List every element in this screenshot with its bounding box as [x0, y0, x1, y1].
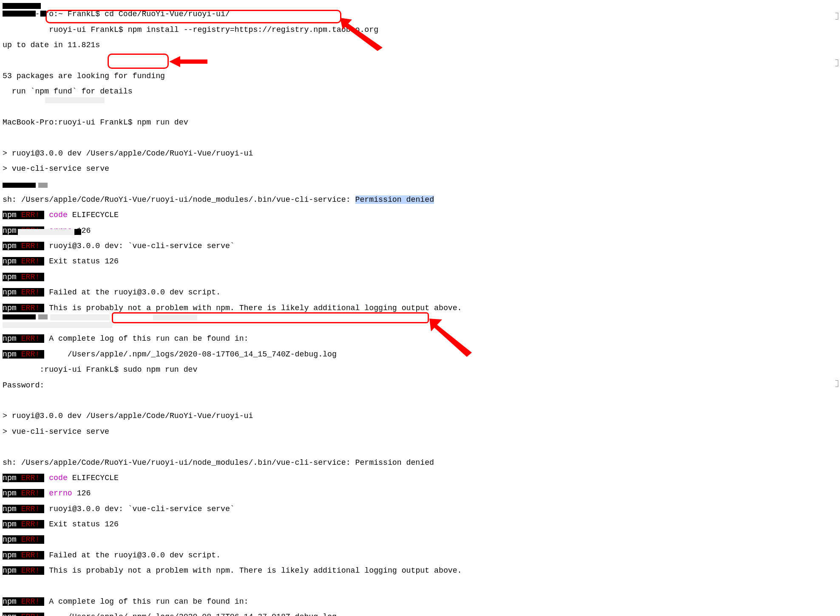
- npm-badge: npm: [3, 242, 17, 250]
- npm-badge: npm: [3, 211, 17, 219]
- terminal-output: MacBook-Pro:~ FrankL$ cd Code/RuoYi-Vue/…: [0, 0, 840, 616]
- redaction-block: [38, 314, 48, 319]
- line: up to date in 11.821s: [3, 41, 837, 49]
- npm-badge: npm: [3, 520, 17, 528]
- err-badge: ERR!: [17, 520, 45, 528]
- permission-denied-highlight: Permission denied: [355, 195, 434, 204]
- line: MacBook-Pro:ruoyi-ui FrankL$ npm run dev: [3, 119, 837, 126]
- right-bracket-icon: [835, 59, 838, 66]
- npm-err-line: npm ERR! Failed at the ruoyi@3.0.0 dev s…: [3, 288, 837, 296]
- err-badge: ERR!: [17, 273, 45, 281]
- npm-badge: npm: [3, 257, 17, 266]
- npm-err-line: npm ERR! code ELIFECYCLE: [3, 211, 837, 219]
- npm-err-line: npm ERR! /Users/apple/.npm/_logs/2020-08…: [3, 350, 837, 358]
- line: sh: /Users/apple/Code/RuoYi-Vue/ruoyi-ui…: [3, 196, 837, 203]
- npm-err-line: npm ERR! ruoyi@3.0.0 dev: `vue-cli-servi…: [3, 242, 837, 250]
- npm-badge: npm: [3, 273, 17, 281]
- line: MacBook-Pro:~ FrankL$ cd Code/RuoYi-Vue/…: [3, 10, 837, 18]
- err-badge: ERR!: [17, 334, 45, 343]
- line: sh: /Users/apple/Code/RuoYi-Vue/ruoyi-ui…: [3, 459, 837, 466]
- err-badge: ERR!: [17, 505, 45, 513]
- line: [3, 57, 837, 64]
- err-badge: ERR!: [17, 350, 45, 359]
- err-badge: ERR!: [17, 211, 45, 219]
- npm-badge: npm: [3, 613, 17, 616]
- line: [3, 103, 837, 111]
- err-badge: ERR!: [17, 304, 45, 312]
- npm-badge: npm: [3, 350, 17, 359]
- npm-err-line: npm ERR!: [3, 536, 837, 543]
- err-badge: ERR!: [17, 613, 45, 616]
- err-badge: ERR!: [17, 535, 45, 544]
- right-bracket-icon: [835, 380, 838, 387]
- npm-badge: npm: [3, 551, 17, 559]
- line: [3, 397, 837, 404]
- line: [3, 319, 837, 327]
- annotation-arrow-icon: [429, 319, 472, 357]
- npm-err-line: npm ERR! Exit status 126: [3, 520, 837, 528]
- line: > ruoyi@3.0.0 dev /Users/apple/Code/RuoY…: [3, 412, 837, 420]
- redaction-block: [45, 97, 105, 103]
- err-badge: ERR!: [17, 242, 45, 250]
- line: [3, 181, 837, 188]
- npm-badge: npm: [3, 535, 17, 544]
- npm-badge: npm: [3, 304, 17, 312]
- npm-err-line: npm ERR! A complete log of this run can …: [3, 598, 837, 605]
- redaction-block: [3, 314, 36, 319]
- npm-badge: npm: [3, 505, 17, 513]
- line: ruoyi-ui FrankL$ npm install --registry=…: [3, 26, 837, 34]
- err-badge: ERR!: [17, 226, 45, 235]
- err-badge: ERR!: [17, 288, 45, 297]
- svg-marker-2: [169, 56, 207, 67]
- npm-err-line: npm ERR! Failed at the ruoyi@3.0.0 dev s…: [3, 551, 837, 559]
- npm-err-line: npm ERR! A complete log of this run can …: [3, 335, 837, 342]
- redaction-block: [3, 3, 41, 9]
- err-badge: ERR!: [17, 257, 45, 266]
- npm-badge: npm: [3, 288, 17, 297]
- npm-err-line: npm ERR! Exit status 126: [3, 257, 837, 265]
- right-bracket-icon: [835, 13, 838, 20]
- npm-badge: npm: [3, 597, 17, 606]
- err-badge: ERR!: [17, 489, 45, 497]
- npm-err-line: npm ERR! This is probably not a problem …: [3, 304, 837, 312]
- line: [3, 582, 837, 590]
- line: :ruoyi-ui FrankL$ sudo npm run dev: [3, 366, 837, 373]
- line: > vue-cli-service serve: [3, 165, 837, 172]
- npm-err-line: npm ERR! This is probably not a problem …: [3, 567, 837, 574]
- npm-badge: npm: [3, 226, 17, 235]
- npm-err-line: npm ERR! code ELIFECYCLE: [3, 474, 837, 482]
- npm-badge: npm: [3, 489, 17, 497]
- line: > ruoyi@3.0.0 dev /Users/apple/Code/RuoY…: [3, 150, 837, 157]
- line: [3, 134, 837, 141]
- line: run `npm fund` for details: [3, 88, 837, 95]
- line: 53 packages are looking for funding: [3, 72, 837, 80]
- npm-badge: npm: [3, 334, 17, 343]
- npm-err-line: npm ERR! errno 126: [3, 489, 837, 497]
- err-badge: ERR!: [17, 474, 45, 482]
- err-badge: ERR!: [17, 551, 45, 559]
- line: Password:: [3, 381, 837, 389]
- annotation-arrow-icon: [169, 55, 207, 68]
- npm-err-line: npm ERR! errno 126: [3, 227, 837, 235]
- npm-err-line: npm ERR! ruoyi@3.0.0 dev: `vue-cli-servi…: [3, 505, 837, 513]
- line: [3, 443, 837, 451]
- npm-badge: npm: [3, 474, 17, 482]
- err-badge: ERR!: [17, 597, 45, 606]
- npm-err-line: npm ERR!: [3, 273, 837, 281]
- err-badge: ERR!: [17, 566, 45, 575]
- annotation-arrow-icon: [340, 18, 383, 52]
- npm-err-line: npm ERR! /Users/apple/.npm/_logs/2020-08…: [3, 613, 837, 616]
- npm-badge: npm: [3, 566, 17, 575]
- line: > vue-cli-service serve: [3, 428, 837, 435]
